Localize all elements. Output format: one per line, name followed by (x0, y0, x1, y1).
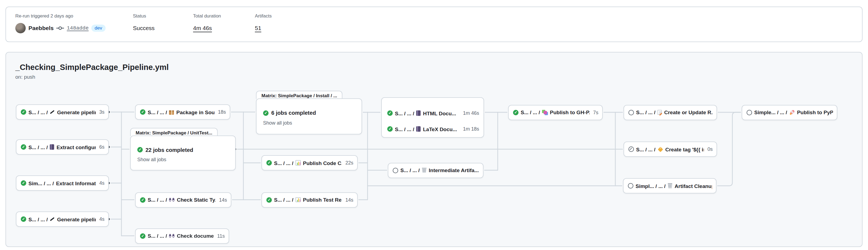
job-duration: 4s (99, 180, 104, 186)
actor-name[interactable]: Paebbels (28, 25, 54, 31)
job-duration: 18s (218, 109, 226, 115)
job-name: Extract configur... (57, 144, 96, 150)
job-name: Generate pipelin... (57, 216, 96, 222)
trash-icon (422, 168, 427, 173)
status-label: Status (133, 13, 146, 19)
job-node-package-source[interactable]: S... / ... / Package in Sou... 18s (135, 104, 230, 120)
job-duration: 4s (99, 216, 104, 222)
job-duration: 0s (708, 146, 713, 152)
job-duration: 7s (593, 110, 598, 115)
artifacts-count-link[interactable]: 51 (255, 25, 261, 31)
rerun-label: Re-run triggered 2 days ago (15, 13, 73, 19)
success-icon (266, 197, 272, 203)
pending-icon (747, 110, 752, 115)
pending-icon (628, 110, 634, 115)
pending-icon (628, 183, 633, 188)
layers-icon (542, 110, 548, 115)
matrix-card-install: 6 jobs completed Show all jobs (256, 98, 362, 135)
job-node-publish-pypi[interactable]: Simple... / ... / Publish to PyPI (742, 105, 837, 120)
job-name: Extract Information (56, 180, 96, 186)
job-prefix: S... / ... / (395, 110, 414, 116)
job-name: LaTeX Docu... (423, 126, 460, 132)
job-row-latex-documentation[interactable]: S... / ... / LaTeX Docu... 1m 18s (387, 123, 479, 135)
workflow-trigger: on: push (15, 74, 35, 80)
notebook-icon (416, 126, 421, 132)
commit-icon (56, 26, 64, 30)
job-node-publish-code-coverage[interactable]: S... / ... / Publish Code C... 22s (261, 155, 358, 171)
matrix-card-unittest: 22 jobs completed Show all jobs (130, 136, 236, 171)
job-prefix: S... / ... / (274, 197, 293, 203)
tag-icon (658, 146, 663, 152)
job-prefix: S... / ... / (148, 197, 167, 203)
success-icon (263, 110, 269, 115)
avatar[interactable] (15, 23, 26, 33)
success-icon (21, 180, 26, 186)
job-duration: 1m 18s (463, 126, 479, 132)
job-prefix: S... / ... / (636, 109, 655, 115)
success-icon (137, 147, 143, 152)
job-node-check-documentation[interactable]: S... / ... / Check docume... 11s (135, 228, 229, 244)
job-prefix: Simpl... / ... / (636, 183, 665, 189)
job-node-intermediate-artifacts[interactable]: S... / ... / Intermediate Artifa... (388, 163, 484, 178)
success-icon (513, 110, 519, 115)
success-icon (21, 109, 26, 115)
job-duration: 6s (99, 144, 104, 150)
matrix-jobs-completed: 6 jobs completed (271, 110, 316, 116)
notebook-icon (416, 110, 421, 116)
job-node-artifact-cleanup[interactable]: Simpl... / ... / Artifact Cleanup (623, 178, 716, 193)
job-name: Create or Update R... (664, 109, 713, 115)
job-prefix: S... / ... / (28, 144, 48, 150)
job-name: Check Static Ty... (177, 197, 216, 203)
matrix-tab-install: Matrix: SimplePackage / Install / ... (256, 91, 343, 99)
job-prefix: S... / ... / (636, 146, 655, 152)
job-node-publish-gh-pages[interactable]: S... / ... / Publish to GH-P... 7s (508, 105, 603, 120)
job-node-create-update-release[interactable]: S... / ... / Create or Update R... (623, 105, 717, 120)
job-duration: 11s (217, 233, 225, 239)
job-prefix: S... / ... / (521, 109, 540, 115)
job-duration: 3s (99, 109, 104, 115)
job-duration: 14s (345, 197, 353, 203)
matrix-tab-unittest: Matrix: SimplePackage / UnitTest... (130, 128, 218, 136)
branch-badge[interactable]: dev (91, 24, 105, 31)
job-name: Generate pipelin... (57, 109, 96, 115)
job-name: Check docume... (177, 233, 214, 239)
job-node-check-static-typing[interactable]: S... / ... / Check Static Ty... 14s (135, 192, 231, 207)
show-all-jobs-link[interactable]: Show all jobs (263, 120, 292, 126)
duration-value[interactable]: 4m 46s (193, 25, 212, 31)
workflow-file-name: _Checking_SimplePackage_Pipeline.yml (15, 63, 169, 72)
job-row-html-documentation[interactable]: S... / ... / HTML Docu... 1m 46s (387, 108, 479, 118)
run-summary-card: Re-run triggered 2 days ago Paebbels 148… (5, 6, 863, 42)
skipped-icon (628, 146, 634, 152)
artifacts-label: Artifacts (255, 13, 272, 19)
job-name: Publish to GH-P... (550, 109, 590, 115)
success-icon (140, 233, 146, 239)
job-prefix: Simple... / ... / (754, 109, 787, 115)
job-prefix: S... / ... / (28, 109, 48, 115)
success-icon (140, 109, 146, 115)
chart-icon (296, 197, 301, 203)
group-card-documentation: S... / ... / HTML Docu... 1m 46s S... / … (381, 97, 484, 138)
rocket-icon (789, 110, 795, 115)
job-node-publish-test-results[interactable]: S... / ... / Publish Test Re... 14s (261, 192, 358, 207)
job-node-generate-pipeline-2[interactable]: S... / ... / Generate pipelin... 4s (16, 212, 109, 227)
job-node-extract-information[interactable]: Sim... / ... / Extract Information 4s (16, 175, 109, 191)
success-icon (21, 216, 26, 222)
commit-sha-link[interactable]: 148adde (67, 25, 89, 31)
job-prefix: S... / ... / (28, 216, 48, 222)
package-icon (169, 110, 174, 114)
success-icon (387, 126, 393, 132)
pending-icon (393, 168, 398, 173)
memo-icon (658, 110, 662, 115)
show-all-jobs-link[interactable]: Show all jobs (137, 157, 166, 162)
eyes-icon (169, 233, 175, 239)
job-node-create-tag[interactable]: S... / ... / Create tag '${{ in... 0s (623, 142, 717, 157)
matrix-jobs-completed: 22 jobs completed (146, 147, 193, 153)
job-duration: 22s (345, 160, 353, 166)
status-value: Success (133, 25, 155, 31)
job-node-generate-pipeline-1[interactable]: S... / ... / Generate pipelin... 3s (16, 104, 109, 120)
job-node-extract-configurations[interactable]: S... / ... / Extract configur... 6s (16, 139, 109, 155)
job-name: Publish to PyPI (797, 109, 833, 115)
success-icon (266, 160, 272, 166)
job-duration: 14s (219, 197, 227, 203)
trash-icon (668, 183, 673, 188)
